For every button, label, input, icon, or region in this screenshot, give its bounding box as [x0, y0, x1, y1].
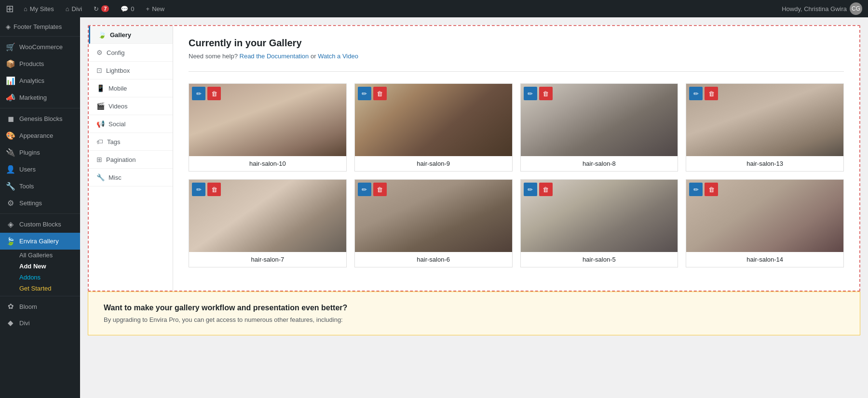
sidebar: ◈ Footer Templates 🛒 WooCommerce 📦 Produ… [0, 17, 80, 398]
gallery-item-hs10: ✏ 🗑 hair-salon-10 [189, 83, 347, 172]
divi-home-icon: ⌂ [66, 5, 69, 13]
sidebar-item-woocommerce[interactable]: 🛒 WooCommerce [0, 39, 80, 55]
adminbar-updates[interactable]: ↻ 7 [90, 0, 113, 17]
gallery-actions-hs9: ✏ 🗑 [358, 87, 387, 100]
edit-button-hs10[interactable]: ✏ [192, 87, 205, 100]
marketing-icon: 📣 [6, 93, 15, 102]
delete-button-hs7[interactable]: 🗑 [207, 183, 221, 196]
gallery-actions-hs13: ✏ 🗑 [689, 87, 718, 100]
sidebar-sub-get-started[interactable]: Get Started [0, 283, 80, 294]
gallery-item-hs8: ✏ 🗑 hair-salon-8 [520, 83, 678, 172]
envira-gallery-icon: 🍃 [6, 237, 15, 246]
tab-videos-icon: 🎬 [96, 102, 105, 110]
sidebar-item-genesis-blocks[interactable]: ◼ Genesis Blocks [0, 110, 80, 127]
gallery-actions-hs7: ✏ 🗑 [192, 183, 221, 196]
tab-social[interactable]: 📢 Social [89, 115, 173, 133]
gallery-item-name-hs14: hair-salon-14 [686, 252, 843, 267]
sidebar-item-settings[interactable]: ⚙ Settings [0, 195, 80, 212]
tab-gallery[interactable]: 🍃 Gallery [89, 26, 173, 44]
analytics-icon: 📊 [6, 76, 15, 85]
genesis-icon: ◼ [6, 114, 15, 123]
sidebar-item-divi[interactable]: ◆ Divi [0, 315, 80, 331]
gallery-item-name-hs8: hair-salon-8 [521, 156, 678, 171]
gallery-actions-hs14: ✏ 🗑 [689, 183, 718, 196]
gallery-image-hs5: ✏ 🗑 [521, 180, 678, 252]
footer-templates-icon: ◈ [6, 23, 11, 30]
edit-button-hs14[interactable]: ✏ [689, 183, 703, 196]
gallery-actions-hs8: ✏ 🗑 [524, 87, 553, 100]
delete-button-hs8[interactable]: 🗑 [539, 87, 553, 100]
delete-button-hs9[interactable]: 🗑 [373, 87, 387, 100]
sidebar-divider-3 [0, 296, 80, 296]
comments-icon: 💬 [121, 5, 128, 13]
gallery-grid: ✏ 🗑 hair-salon-10 ✏ 🗑 [189, 83, 844, 267]
delete-button-hs14[interactable]: 🗑 [705, 183, 718, 196]
delete-button-hs13[interactable]: 🗑 [705, 87, 718, 100]
users-icon: 👤 [6, 165, 15, 174]
gallery-actions-hs10: ✏ 🗑 [192, 87, 221, 100]
edit-button-hs6[interactable]: ✏ [358, 183, 371, 196]
sidebar-item-appearance[interactable]: 🎨 Appearance [0, 127, 80, 144]
tab-config-icon: ⚙ [96, 49, 103, 56]
adminbar-user[interactable]: Howdy, Christina Gwira CG [782, 2, 862, 15]
gallery-item-hs6: ✏ 🗑 hair-salon-6 [354, 179, 513, 267]
gallery-image-hs8: ✏ 🗑 [521, 84, 678, 156]
delete-button-hs5[interactable]: 🗑 [539, 183, 553, 196]
sidebar-item-users[interactable]: 👤 Users [0, 161, 80, 178]
edit-button-hs5[interactable]: ✏ [524, 183, 537, 196]
gallery-title: Currently in your Gallery [189, 38, 844, 49]
edit-button-hs7[interactable]: ✏ [192, 183, 205, 196]
upsell-box: Want to make your gallery workflow and p… [88, 292, 860, 335]
tab-videos[interactable]: 🎬 Videos [89, 97, 173, 115]
sidebar-item-marketing[interactable]: 📣 Marketing [0, 89, 80, 106]
sidebar-item-custom-blocks[interactable]: ◈ Custom Blocks [0, 216, 80, 233]
adminbar-comments[interactable]: 💬 0 [117, 0, 138, 17]
sidebar-sub-add-new[interactable]: Add New [0, 261, 80, 272]
tab-misc-icon: 🔧 [96, 173, 105, 181]
edit-button-hs13[interactable]: ✏ [689, 87, 703, 100]
adminbar-new[interactable]: + New [142, 0, 169, 17]
delete-button-hs6[interactable]: 🗑 [373, 183, 387, 196]
sidebar-item-products[interactable]: 📦 Products [0, 55, 80, 72]
adminbar-right: Howdy, Christina Gwira CG [782, 2, 862, 15]
sidebar-divider-1 [0, 108, 80, 108]
gallery-subtitle: Need some help? Read the Documentation o… [189, 53, 844, 60]
adminbar-my-sites[interactable]: ⌂ My Sites [20, 0, 58, 17]
sidebar-item-plugins[interactable]: 🔌 Plugins [0, 144, 80, 161]
gallery-image-hs6: ✏ 🗑 [355, 180, 512, 252]
edit-button-hs9[interactable]: ✏ [358, 87, 371, 100]
layout: ◈ Footer Templates 🛒 WooCommerce 📦 Produ… [0, 17, 868, 398]
gallery-actions-hs6: ✏ 🗑 [358, 183, 387, 196]
sidebar-item-analytics[interactable]: 📊 Analytics [0, 72, 80, 89]
tab-pagination[interactable]: ⊞ Pagination [89, 151, 173, 169]
gallery-actions-hs5: ✏ 🗑 [524, 183, 553, 196]
sidebar-item-envira-gallery[interactable]: 🍃 Envira Gallery [0, 233, 80, 250]
admin-bar: ⊞ ⌂ My Sites ⌂ Divi ↻ 7 💬 0 + New Howdy,… [0, 0, 868, 17]
edit-button-hs8[interactable]: ✏ [524, 87, 537, 100]
sidebar-item-tools[interactable]: 🔧 Tools [0, 178, 80, 195]
upsell-title: Want to make your gallery workflow and p… [104, 304, 844, 312]
tab-config[interactable]: ⚙ Config [89, 44, 173, 62]
adminbar-divi[interactable]: ⌂ Divi [62, 0, 86, 17]
divi-icon: ◆ [6, 318, 15, 327]
tab-tags[interactable]: 🏷 Tags [89, 133, 173, 151]
tab-mobile[interactable]: 📱 Mobile [89, 80, 173, 97]
wp-logo-icon[interactable]: ⊞ [6, 3, 14, 14]
read-docs-link[interactable]: Read the Documentation [240, 53, 309, 60]
watch-video-link[interactable]: Watch a Video [318, 53, 358, 60]
tab-misc[interactable]: 🔧 Misc [89, 169, 173, 186]
gallery-item-name-hs9: hair-salon-9 [355, 156, 512, 171]
tab-lightbox[interactable]: ⊡ Lightbox [89, 62, 173, 80]
sidebar-item-bloom[interactable]: ✿ Bloom [0, 298, 80, 315]
tab-lightbox-icon: ⊡ [96, 66, 102, 74]
gallery-item-hs13: ✏ 🗑 hair-salon-13 [686, 83, 844, 172]
gallery-item-name-hs10: hair-salon-10 [189, 156, 346, 171]
delete-button-hs10[interactable]: 🗑 [207, 87, 221, 100]
sidebar-sub-all-galleries[interactable]: All Galleries [0, 250, 80, 261]
gallery-image-hs13: ✏ 🗑 [686, 84, 843, 156]
appearance-icon: 🎨 [6, 131, 15, 140]
sidebar-sub-addons[interactable]: Addons [0, 272, 80, 283]
sidebar-divider-top [0, 36, 80, 37]
avatar: CG [850, 2, 862, 15]
woocommerce-icon: 🛒 [6, 42, 15, 52]
